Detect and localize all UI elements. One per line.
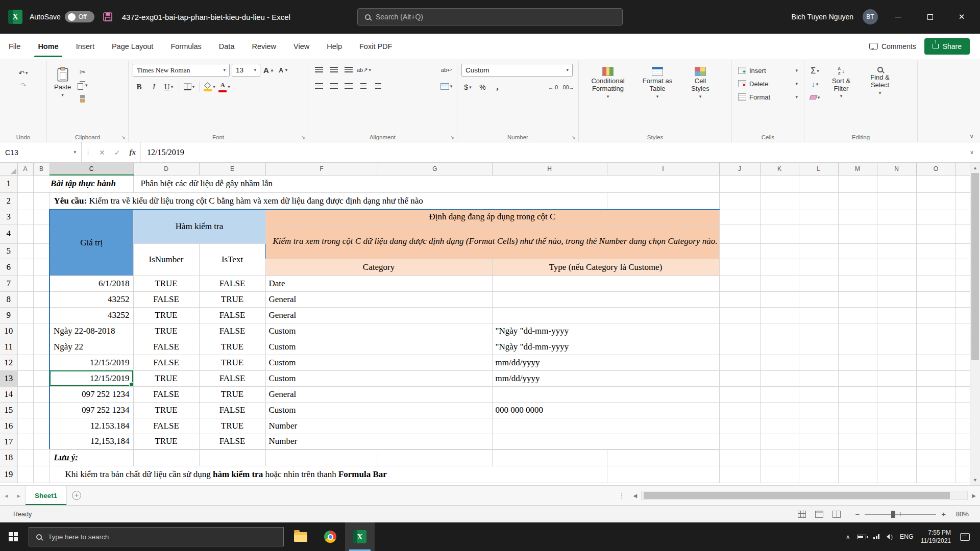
clipboard-dialog-launcher[interactable]: ↘ bbox=[121, 134, 126, 140]
sheet-tab[interactable]: Sheet1 bbox=[25, 486, 67, 505]
cell-type[interactable]: mm/dd/yyyy bbox=[492, 355, 719, 370]
cell-type[interactable] bbox=[492, 276, 719, 291]
save-icon[interactable] bbox=[103, 12, 113, 22]
cell-isnumber[interactable]: TRUE bbox=[133, 434, 199, 449]
next-sheet-icon[interactable]: ▸ bbox=[13, 486, 26, 505]
cell-value[interactable]: 12/15/2019 bbox=[50, 355, 133, 370]
cell-istext[interactable]: TRUE bbox=[199, 355, 265, 370]
cell-category[interactable]: General bbox=[265, 291, 492, 307]
cell-value[interactable]: 097 252 1234 bbox=[50, 386, 133, 402]
tab-help[interactable]: Help bbox=[318, 34, 351, 59]
find-select-button[interactable]: Find & Select▾ bbox=[861, 64, 899, 132]
italic-button[interactable]: I bbox=[148, 81, 160, 93]
row-header[interactable]: 15 bbox=[0, 402, 17, 418]
cell-istext[interactable]: FALSE bbox=[199, 323, 265, 339]
align-bottom-button[interactable] bbox=[342, 64, 355, 76]
language-indicator[interactable]: ENG bbox=[900, 533, 914, 540]
collapse-ribbon-icon[interactable]: ∨ bbox=[969, 133, 974, 140]
autosave-toggle[interactable]: Off bbox=[65, 11, 94, 22]
cell-requirement[interactable]: Yêu cầu: Kiểm tra về kiểu dữ liệu trong … bbox=[50, 192, 607, 210]
column-header[interactable]: B bbox=[33, 163, 50, 175]
cell-isnumber[interactable]: FALSE bbox=[133, 418, 199, 434]
prev-sheet-icon[interactable]: ◂ bbox=[0, 486, 13, 505]
cancel-icon[interactable]: ✕ bbox=[94, 142, 110, 162]
orientation-button[interactable]: ab↗▾ bbox=[357, 64, 371, 76]
formula-input[interactable]: 12/15/2019 bbox=[141, 142, 964, 162]
enter-icon[interactable]: ✓ bbox=[110, 142, 125, 162]
vertical-scrollbar[interactable]: ▲ ▼ bbox=[970, 163, 980, 485]
scroll-right-icon[interactable]: ▶ bbox=[968, 486, 980, 505]
align-right-button[interactable] bbox=[342, 80, 355, 92]
column-header[interactable]: J bbox=[719, 163, 760, 175]
header-dinh-dang[interactable]: Định dạng đang áp dụng trong cột C bbox=[265, 210, 719, 224]
cell-isnumber[interactable]: TRUE bbox=[133, 307, 199, 323]
comments-button[interactable]: Comments bbox=[869, 42, 916, 51]
row-header[interactable]: 12 bbox=[0, 355, 17, 370]
tab-view[interactable]: View bbox=[285, 34, 318, 59]
row-header[interactable]: 2 bbox=[0, 192, 17, 210]
title-search-box[interactable]: Search (Alt+Q) bbox=[357, 8, 623, 26]
row-header[interactable]: 17 bbox=[0, 434, 17, 449]
zoom-in-button[interactable]: + bbox=[936, 510, 951, 518]
font-color-button[interactable]: A▾ bbox=[218, 81, 231, 93]
row-header[interactable]: 4 bbox=[0, 224, 17, 243]
column-header[interactable]: D bbox=[133, 163, 199, 175]
format-painter-button[interactable] bbox=[76, 92, 89, 105]
cell-value[interactable]: 12/15/2019 bbox=[50, 370, 133, 386]
header-ham-kiem-tra[interactable]: Hàm kiểm tra bbox=[133, 210, 265, 243]
cell-istext[interactable]: TRUE bbox=[199, 339, 265, 355]
align-left-button[interactable] bbox=[312, 80, 325, 92]
paste-button[interactable]: Paste▾ bbox=[51, 64, 74, 98]
undo-button[interactable]: ↶▾ bbox=[17, 67, 30, 79]
row-header[interactable]: 13 bbox=[0, 370, 17, 386]
row-header[interactable]: 14 bbox=[0, 386, 17, 402]
scroll-left-icon[interactable]: ◀ bbox=[629, 486, 642, 505]
cell-category[interactable]: Number bbox=[265, 418, 492, 434]
scroll-up-icon[interactable]: ▲ bbox=[970, 163, 980, 173]
zoom-slider-thumb[interactable] bbox=[891, 511, 895, 518]
cell-type[interactable] bbox=[492, 307, 719, 323]
scroll-down-icon[interactable]: ▼ bbox=[970, 475, 980, 485]
cell-category[interactable]: Date bbox=[265, 276, 492, 291]
merge-center-button[interactable]: ▾ bbox=[440, 80, 453, 92]
number-dialog-launcher[interactable]: ↘ bbox=[572, 134, 576, 140]
column-header[interactable]: L bbox=[799, 163, 838, 175]
tab-file[interactable]: File bbox=[0, 34, 29, 59]
cell-category[interactable]: Custom bbox=[265, 339, 492, 355]
cell-value[interactable]: Ngày 22-08-2018 bbox=[50, 323, 133, 339]
autosum-button[interactable]: Σ▾ bbox=[808, 65, 821, 77]
page-break-view-icon[interactable] bbox=[832, 511, 841, 518]
horizontal-scroll-thumb[interactable] bbox=[644, 492, 950, 499]
fill-color-button[interactable]: ▾ bbox=[203, 81, 216, 93]
align-center-button[interactable] bbox=[327, 80, 340, 92]
zoom-slider[interactable] bbox=[865, 514, 936, 515]
header-istext[interactable]: IsText bbox=[199, 243, 265, 276]
comma-style-button[interactable]: , bbox=[491, 81, 504, 93]
row-header[interactable]: 16 bbox=[0, 418, 17, 434]
cell-type[interactable] bbox=[492, 418, 719, 434]
network-icon[interactable] bbox=[873, 534, 879, 539]
cell-type[interactable] bbox=[492, 386, 719, 402]
expand-formula-bar-icon[interactable]: ∨ bbox=[964, 142, 980, 162]
cell-luu-y[interactable]: Lưu ý: bbox=[50, 449, 133, 466]
row-header[interactable]: 19 bbox=[0, 466, 17, 483]
cell-value[interactable]: 12,153,184 bbox=[50, 434, 133, 449]
increase-decimal-button[interactable]: ←.0 bbox=[547, 81, 559, 93]
row-header[interactable]: 5 bbox=[0, 243, 17, 259]
column-header[interactable]: M bbox=[838, 163, 877, 175]
row-header[interactable]: 11 bbox=[0, 339, 17, 355]
new-sheet-button[interactable]: + bbox=[72, 486, 81, 505]
row-header[interactable]: 9 bbox=[0, 307, 17, 323]
cell-category[interactable]: Number bbox=[265, 434, 492, 449]
column-header[interactable]: I bbox=[607, 163, 719, 175]
align-top-button[interactable] bbox=[312, 64, 325, 76]
column-header[interactable]: E bbox=[199, 163, 265, 175]
cell-istext[interactable]: TRUE bbox=[199, 418, 265, 434]
tab-formulas[interactable]: Formulas bbox=[162, 34, 210, 59]
cell-value[interactable]: 43252 bbox=[50, 307, 133, 323]
header-gia-tri[interactable]: Giá trị bbox=[50, 210, 133, 276]
cell-category[interactable]: Custom bbox=[265, 370, 492, 386]
format-as-table-button[interactable]: Format as Table▾ bbox=[635, 64, 680, 132]
cell-category[interactable]: Custom bbox=[265, 402, 492, 418]
cell-styles-button[interactable]: Cell Styles▾ bbox=[682, 64, 719, 132]
